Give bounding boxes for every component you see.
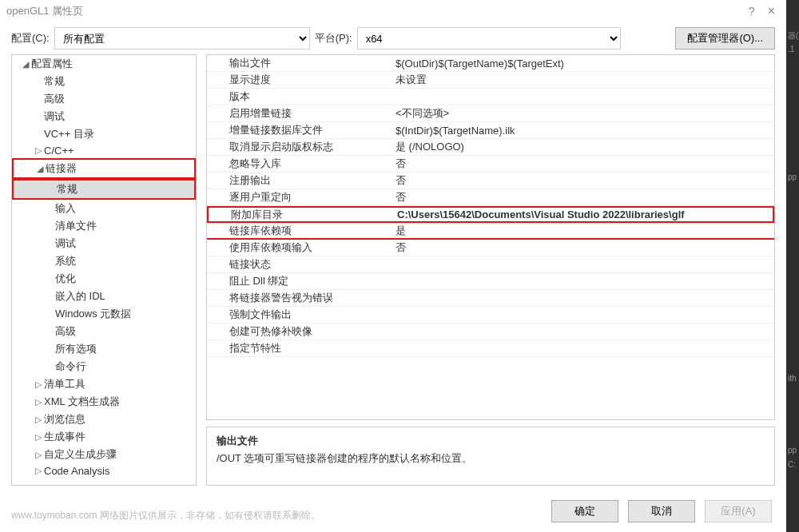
- tree-node-label: 浏览信息: [44, 412, 85, 427]
- property-row[interactable]: 版本: [207, 89, 774, 105]
- property-row[interactable]: 指定节特性: [207, 340, 774, 357]
- tree-node[interactable]: ◢系统: [12, 252, 196, 270]
- config-label: 配置(C):: [11, 31, 50, 46]
- property-value[interactable]: 否: [392, 240, 774, 255]
- property-row[interactable]: 强制文件输出: [207, 307, 774, 324]
- tree-node-label: 系统: [55, 254, 76, 268]
- description-box: 输出文件 /OUT 选项可重写链接器创建的程序的默认名称和位置。: [206, 427, 775, 486]
- property-value[interactable]: C:\Users\15642\Documents\Visual Studio 2…: [394, 208, 773, 220]
- tree-node-label: 输入: [55, 201, 76, 216]
- tree-node[interactable]: ◢高级: [12, 90, 196, 108]
- property-row[interactable]: 创建可热修补映像: [207, 324, 774, 340]
- property-value[interactable]: 否: [392, 190, 774, 204]
- ok-button[interactable]: 确定: [551, 500, 618, 522]
- property-label: 增量链接数据库文件: [207, 123, 392, 137]
- close-icon[interactable]: ×: [763, 4, 780, 18]
- description-text: /OUT 选项可重写链接器创建的程序的默认名称和位置。: [217, 451, 765, 466]
- property-value[interactable]: $(IntDir)$(TargetName).ilk: [392, 125, 774, 137]
- property-label: 链接状态: [207, 257, 392, 272]
- tree-node[interactable]: ▷自定义生成步骤: [12, 446, 196, 463]
- chevron-right-icon: ▷: [33, 379, 44, 390]
- property-label: 链接库依赖项: [207, 224, 392, 238]
- tree-node[interactable]: ◢命令行: [12, 358, 196, 375]
- tree-node[interactable]: ◢调试: [12, 108, 196, 125]
- tree-node[interactable]: ▷清单工具: [12, 375, 196, 393]
- config-select[interactable]: 所有配置: [54, 27, 310, 50]
- platform-select[interactable]: x64: [357, 27, 621, 50]
- tree-node-label: 自定义生成步骤: [44, 447, 117, 462]
- property-row[interactable]: 使用库依赖项输入否: [207, 240, 774, 256]
- property-grid[interactable]: 输出文件$(OutDir)$(TargetName)$(TargetExt)显示…: [206, 54, 775, 420]
- property-label: 版本: [207, 89, 392, 104]
- property-value[interactable]: 是 (/NOLOGO): [392, 140, 774, 154]
- tree-node[interactable]: ▷XML 文档生成器: [12, 393, 196, 411]
- apply-button[interactable]: 应用(A): [705, 500, 772, 522]
- tree-node[interactable]: ◢链接器: [12, 158, 196, 179]
- right-pane: 输出文件$(OutDir)$(TargetName)$(TargetExt)显示…: [206, 54, 775, 486]
- tree-pane[interactable]: ◢配置属性◢常规◢高级◢调试◢VC++ 目录▷C/C++◢链接器◢常规◢输入◢清…: [11, 54, 197, 486]
- tree-node[interactable]: ◢优化: [12, 270, 196, 288]
- tree-node[interactable]: ◢清单文件: [12, 217, 196, 235]
- cancel-button[interactable]: 取消: [628, 500, 695, 522]
- property-row[interactable]: 启用增量链接<不同选项>: [207, 105, 774, 122]
- tree-node-label: 调试: [55, 236, 76, 251]
- property-value[interactable]: $(OutDir)$(TargetName)$(TargetExt): [392, 58, 774, 69]
- tree-node-label: VC++ 目录: [44, 127, 94, 141]
- property-page-window: openGL1 属性页 ? × 配置(C): 所有配置 平台(P): x64 配…: [0, 0, 786, 532]
- tree-node[interactable]: ▷浏览信息: [12, 411, 196, 428]
- property-row[interactable]: 显示进度未设置: [207, 72, 774, 89]
- tree-node[interactable]: ◢VC++ 目录: [12, 125, 196, 143]
- property-row[interactable]: 增量链接数据库文件$(IntDir)$(TargetName).ilk: [207, 122, 774, 139]
- property-row[interactable]: 附加库目录C:\Users\15642\Documents\Visual Stu…: [207, 206, 774, 223]
- tree-node[interactable]: ◢Windows 元数据: [12, 305, 196, 323]
- description-title: 输出文件: [217, 434, 765, 448]
- property-row[interactable]: 取消显示启动版权标志是 (/NOLOGO): [207, 139, 774, 156]
- property-row[interactable]: 逐用户重定向否: [207, 189, 774, 206]
- property-label: 逐用户重定向: [207, 190, 392, 204]
- property-row[interactable]: 链接库依赖项是: [207, 223, 774, 240]
- property-row[interactable]: 输出文件$(OutDir)$(TargetName)$(TargetExt): [207, 55, 774, 72]
- property-label: 创建可热修补映像: [207, 324, 392, 339]
- platform-label: 平台(P):: [315, 31, 352, 46]
- property-label: 使用库依赖项输入: [207, 240, 392, 255]
- property-row[interactable]: 阻止 Dll 绑定: [207, 273, 774, 290]
- main-content: ◢配置属性◢常规◢高级◢调试◢VC++ 目录▷C/C++◢链接器◢常规◢输入◢清…: [0, 54, 786, 490]
- property-row[interactable]: 忽略导入库否: [207, 156, 774, 173]
- tree-node[interactable]: ◢高级: [12, 323, 196, 340]
- property-row[interactable]: 将链接器警告视为错误: [207, 290, 774, 307]
- property-row[interactable]: 注册输出否: [207, 173, 774, 189]
- property-value[interactable]: 否: [392, 157, 774, 171]
- tree-node-label: 调试: [44, 109, 65, 124]
- tree-node-label: 命令行: [55, 359, 86, 374]
- tree-node[interactable]: ◢所有选项: [12, 340, 196, 358]
- chevron-right-icon: ▷: [33, 432, 44, 443]
- tree-node[interactable]: ▷C/C++: [12, 143, 196, 158]
- property-value[interactable]: <不同选项>: [392, 106, 774, 121]
- tree-node[interactable]: ▷Code Analysis: [12, 463, 196, 478]
- tree-node[interactable]: ◢输入: [12, 200, 196, 217]
- config-manager-button[interactable]: 配置管理器(O)...: [675, 27, 775, 50]
- tree-node[interactable]: ◢常规: [12, 179, 196, 200]
- tree-node[interactable]: ◢嵌入的 IDL: [12, 288, 196, 305]
- tree-node-label: 清单工具: [44, 377, 85, 391]
- property-value[interactable]: 未设置: [392, 73, 774, 87]
- property-label: 强制文件输出: [207, 308, 392, 322]
- background-strip: 器( .1 pp ith pp C:: [786, 0, 799, 532]
- titlebar: openGL1 属性页 ? ×: [0, 0, 786, 22]
- chevron-right-icon: ▷: [33, 466, 44, 476]
- tree-node[interactable]: ◢调试: [12, 235, 196, 252]
- help-icon[interactable]: ?: [741, 5, 763, 18]
- tree-node[interactable]: ◢常规: [12, 73, 196, 90]
- tree-node-label: 常规: [57, 182, 78, 197]
- property-row[interactable]: 链接状态: [207, 256, 774, 273]
- chevron-down-icon: ◢: [20, 59, 31, 69]
- property-label: 附加库目录: [209, 208, 394, 222]
- tree-node[interactable]: ◢配置属性: [12, 55, 196, 73]
- tree-node[interactable]: ▷生成事件: [12, 428, 196, 446]
- property-value[interactable]: 是: [392, 224, 774, 238]
- property-value[interactable]: 否: [392, 173, 774, 188]
- tree-node-label: 生成事件: [44, 430, 85, 444]
- property-label: 忽略导入库: [207, 157, 392, 171]
- property-label: 启用增量链接: [207, 106, 392, 121]
- footer-note: www.toymoban.com 网络图片仅供展示，非存储，如有侵权请联系删除。: [11, 509, 320, 522]
